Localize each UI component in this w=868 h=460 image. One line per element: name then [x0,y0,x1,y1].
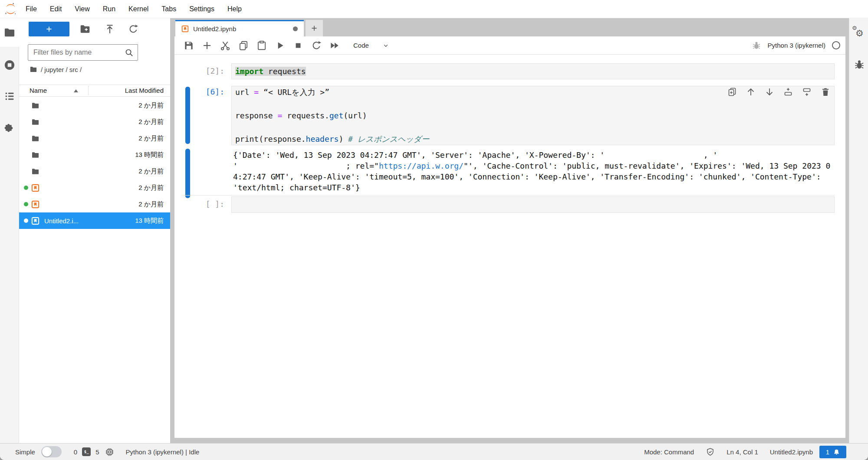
simple-mode-toggle[interactable] [41,446,62,457]
notebook-white-icon [31,217,39,225]
cell-type-dropdown[interactable]: Code [353,42,390,49]
menu-item-run[interactable]: Run [96,0,122,18]
copy-button[interactable] [238,40,249,51]
tab-bar: Untitled2.ipynb [170,18,849,36]
file-row[interactable]: Untitled2.i...13 時間前 [19,212,170,229]
new-folder-button[interactable] [79,23,91,35]
notebook-panel: Code Python 3 (ipykernel) [2]: import re… [174,36,845,438]
bell-icon [833,449,840,456]
stop-button[interactable] [293,40,304,51]
chevron-down-icon [382,42,390,49]
right-sidebar-rail: ⚙⚙ [849,18,868,443]
refresh-button[interactable] [128,23,139,35]
kernels-count[interactable]: 5 [95,448,99,456]
cursor-position[interactable]: Ln 4, Col 1 [727,448,758,456]
file-row[interactable]: 2 か月前 [19,163,170,179]
file-row[interactable]: 2 か月前 [19,97,170,114]
output-line: 'text/html; charset=UTF-8'} [233,182,835,193]
menu-item-edit[interactable]: Edit [43,0,69,18]
folder-icon [31,118,39,126]
chip-icon[interactable] [105,447,115,457]
sidebar-puzzle-button[interactable] [3,122,16,134]
menu-item-view[interactable]: View [68,0,96,18]
menu-item-help[interactable]: Help [221,0,248,18]
notebook-icon [181,25,189,33]
menu-item-tabs[interactable]: Tabs [155,0,183,18]
menu-item-settings[interactable]: Settings [183,0,221,18]
notifications-badge[interactable]: 1 [819,446,846,458]
add-button[interactable] [201,40,213,51]
file-modified: 2 か月前 [138,134,170,143]
file-modified: 13 時間前 [135,151,170,159]
file-row[interactable]: 2 か月前 [19,179,170,196]
sidebar-folder-button[interactable] [3,26,16,39]
output-link[interactable]: https://api.w.org/ [379,161,464,170]
right-rail-bug-button[interactable] [854,59,865,70]
move-up-cell-button[interactable] [746,87,756,97]
menu-item-kernel[interactable]: Kernel [122,0,155,18]
kernel-status-text[interactable]: Python 3 (ipykernel) | Idle [126,448,200,456]
toolbar-kernel-area: Python 3 (ipykernel) [752,41,845,50]
sort-ascending-icon [74,89,78,92]
cell-1-editor[interactable]: import requests [231,63,835,79]
file-row[interactable]: 13 時間前 [19,147,170,163]
sidebar-list-button[interactable] [3,90,16,102]
column-name[interactable]: Name [30,87,47,94]
cut-button[interactable] [220,40,231,51]
folder-icon [31,134,39,143]
notifications-count: 1 [826,448,829,456]
new-launcher-button[interactable] [29,22,69,36]
unsaved-changes-dot[interactable] [293,26,298,31]
file-row[interactable]: 2 か月前 [19,114,170,130]
notebook-icon [31,184,39,192]
file-name: Untitled2.i... [44,217,135,225]
move-down-cell-button[interactable] [764,87,775,97]
shield-icon [706,447,715,457]
cell-2-output: {'Date': 'Wed, 13 Sep 2023 04:27:47 GMT'… [233,150,835,193]
menu-item-file[interactable]: File [19,0,43,18]
column-last-modified[interactable]: Last Modified [125,87,164,94]
delete-cell-button[interactable] [820,87,831,97]
upload-button[interactable] [104,23,115,35]
file-filter-input[interactable] [28,45,138,60]
paste-button[interactable] [256,40,267,51]
right-rail-gears-button[interactable]: ⚙⚙ [854,25,865,36]
file-modified: 2 か月前 [138,200,170,209]
file-row[interactable]: 2 か月前 [19,130,170,147]
folder-icon [31,167,39,176]
duplicate-cell-button[interactable] [727,87,737,97]
terminal-icon[interactable]: $_ [82,447,91,456]
cell-2-prompt: [6]: [174,86,224,98]
left-sidebar-rail [0,18,19,443]
output-line: ' ; rel="https://api.w.org/"', 'Cache-Co… [233,160,835,171]
folder-icon [31,151,39,159]
cell-3-editor[interactable] [231,196,835,213]
cell-3-prompt: [ ]: [174,196,224,212]
cell-toolbar [727,87,831,97]
restart-button[interactable] [311,40,322,51]
insert-above-cell-button[interactable] [783,87,793,97]
file-list-header: Name Last Modified [19,85,170,97]
sidebar-stop-circle-button[interactable] [3,59,16,71]
save-button[interactable] [183,40,194,51]
notebook-content: [2]: import requests [6]: url = “< URLを入… [174,55,845,438]
file-row[interactable]: 2 か月前 [19,196,170,212]
file-modified: 2 か月前 [138,101,170,110]
text-selection: import requests [235,67,306,76]
new-tab-button[interactable] [306,20,323,36]
mode-indicator: Mode: Command [644,448,694,456]
output-collapser[interactable] [185,149,190,198]
bug-icon [752,41,761,50]
breadcrumb-path[interactable]: / jupyter / src / [41,66,82,73]
simple-mode-label: Simple [15,448,35,456]
notebook-toolbar: Code Python 3 (ipykernel) [174,36,845,55]
run-all-button[interactable] [329,40,340,51]
tab-untitled2[interactable]: Untitled2.ipynb [175,20,304,36]
breadcrumb[interactable]: / jupyter / src / [30,64,82,75]
kernel-name[interactable]: Python 3 (ipykernel) [768,42,825,49]
cell-1-prompt: [2]: [174,63,224,78]
run-button[interactable] [274,40,286,51]
toggle-knob [42,447,52,457]
insert-below-cell-button[interactable] [802,87,812,97]
terminals-count[interactable]: 0 [74,448,77,456]
